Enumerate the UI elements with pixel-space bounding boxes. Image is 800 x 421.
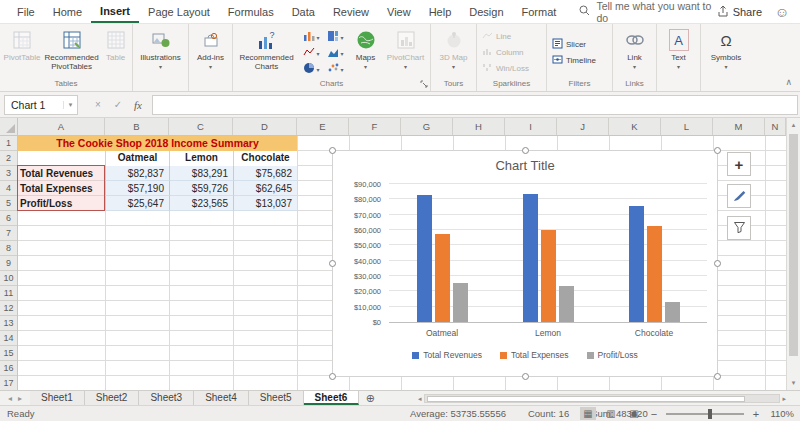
sheet-nav-left-icon[interactable]: ◂ [8,394,12,403]
vertical-scrollbar[interactable]: ▴ ▾ [786,118,800,390]
zoom-slider-thumb[interactable] [708,409,712,419]
row-header-15[interactable]: 15 [0,346,17,361]
row-header-5[interactable]: 5 [0,196,17,211]
row-header-6[interactable]: 6 [0,211,17,226]
column-header-F[interactable]: F [349,118,401,135]
tab-design[interactable]: Design [460,0,512,23]
zoom-slider[interactable] [666,413,744,415]
enter-check-icon[interactable]: ✓ [108,99,128,110]
collapse-ribbon-icon[interactable]: ∧ [785,77,792,87]
row-header-14[interactable]: 14 [0,331,17,346]
bar-total-expenses-oatmeal[interactable] [435,234,450,322]
column-header-L[interactable]: L [661,118,713,135]
insert-area-chart-button[interactable]: ▾ [324,45,348,61]
value-cell-profit-loss-oatmeal[interactable]: $25,647 [105,196,169,211]
chart-title[interactable]: Chart Title [333,158,717,173]
tab-home[interactable]: Home [44,0,91,23]
column-header-cell-chocolate[interactable]: Chocolate [233,151,297,166]
column-header-D[interactable]: D [233,118,297,135]
feedback-smiley-button[interactable]: ☺ [772,2,792,22]
row-header-1[interactable]: 1 [0,136,17,151]
row-header-3[interactable]: 3 [0,166,17,181]
chart-resize-handle[interactable] [522,147,529,154]
value-cell-total-expenses-chocolate[interactable]: $62,645 [233,181,297,196]
insert-hierarchy-chart-button[interactable]: ▾ [324,29,348,45]
chart-resize-handle[interactable] [522,373,529,380]
tab-view[interactable]: View [378,0,420,23]
row-header-4[interactable]: 4 [0,181,17,196]
pivottable-button[interactable]: PivotTable [2,26,42,78]
charts-dialog-launcher-icon[interactable] [420,78,428,90]
insert-scatter-chart-button[interactable]: ▾ [324,61,348,77]
row-header-10[interactable]: 10 [0,271,17,286]
column-header-cell-oatmeal[interactable]: Oatmeal [105,151,169,166]
value-cell-total-expenses-oatmeal[interactable]: $57,190 [105,181,169,196]
text-button[interactable]: A Text ▾ [659,26,698,78]
column-header-cell-lemon[interactable]: Lemon [169,151,233,166]
legend-item-profit-loss[interactable]: Profit/Loss [587,350,638,360]
table-title-cell[interactable]: The Cookie Shop 2018 Income Summary [18,136,297,151]
column-header-K[interactable]: K [609,118,661,135]
insert-line-chart-button[interactable]: ▾ [300,45,324,61]
bar-total-revenues-lemon[interactable] [523,194,538,322]
row-header-13[interactable]: 13 [0,316,17,331]
symbols-button[interactable]: Ω Symbols ▾ [703,26,749,78]
slicer-button[interactable]: Slicer [549,37,610,51]
row-header-11[interactable]: 11 [0,286,17,301]
chart-styles-button[interactable] [727,184,751,208]
horizontal-scroll-thumb[interactable] [427,396,745,402]
name-box-dropdown-icon[interactable]: ▾ [63,101,77,109]
value-cell-total-expenses-lemon[interactable]: $59,726 [169,181,233,196]
row-header-2[interactable]: 2 [0,151,17,166]
tab-insert[interactable]: Insert [91,0,139,23]
chart-resize-handle[interactable] [714,260,721,267]
vertical-scroll-thumb[interactable] [789,134,798,356]
chart-filters-button[interactable] [727,216,751,240]
column-header-A[interactable]: A [18,118,105,135]
table-button[interactable]: Table [101,26,130,78]
page-layout-view-icon[interactable]: ▥ [603,407,619,420]
horizontal-scrollbar[interactable]: ◂ ▸ [418,393,786,404]
link-button[interactable]: Link ▾ [615,26,654,78]
column-header-J[interactable]: J [557,118,609,135]
chart-elements-button[interactable]: + [727,152,751,176]
bar-total-revenues-chocolate[interactable] [629,206,644,322]
zoom-out-button[interactable]: − [649,408,659,420]
column-chart[interactable]: Chart Title $0$10,000$20,000$30,000$40,0… [332,150,718,377]
3d-map-button[interactable]: 3D Map ▾ [433,26,474,78]
cancel-icon[interactable]: × [88,99,108,110]
insert-pie-chart-button[interactable]: ▾ [300,61,324,77]
column-header-M[interactable]: M [713,118,765,135]
tab-formulas[interactable]: Formulas [219,0,283,23]
sheet-tab-sheet3[interactable]: Sheet3 [139,391,194,405]
row-header-16[interactable]: 16 [0,361,17,376]
normal-view-icon[interactable]: ▦ [580,407,596,420]
illustrations-button[interactable]: Illustrations ▾ [135,26,186,78]
tab-review[interactable]: Review [324,0,378,23]
column-header-G[interactable]: G [401,118,453,135]
scroll-up-icon[interactable]: ▴ [787,118,800,132]
column-header-I[interactable]: I [505,118,557,135]
bar-profit-loss-chocolate[interactable] [665,302,680,322]
timeline-button[interactable]: Timeline [549,53,610,67]
tab-page-layout[interactable]: Page Layout [139,0,219,23]
column-header-N[interactable]: N [765,118,786,135]
column-header-C[interactable]: C [169,118,233,135]
zoom-in-button[interactable]: + [751,408,761,420]
cell-a2[interactable] [18,151,105,166]
sheet-tab-sheet6[interactable]: Sheet6 [304,391,360,405]
column-header-E[interactable]: E [297,118,349,135]
row-label-cell-profit-loss[interactable]: Profit/Loss [18,196,105,211]
sheet-tab-sheet5[interactable]: Sheet5 [249,391,304,405]
sheet-tab-sheet2[interactable]: Sheet2 [85,391,140,405]
legend-item-total-expenses[interactable]: Total Expenses [500,350,569,360]
row-label-cell-total-revenues[interactable]: Total Revenues [18,166,105,181]
sparkline-column-button[interactable]: Column [479,45,544,59]
tab-help[interactable]: Help [420,0,461,23]
chart-resize-handle[interactable] [714,373,721,380]
tab-data[interactable]: Data [283,0,324,23]
insert-function-icon[interactable]: fx [128,99,148,111]
bar-total-expenses-chocolate[interactable] [647,226,662,322]
row-header-17[interactable]: 17 [0,376,17,390]
name-box[interactable]: Chart 1 ▾ [4,95,78,115]
